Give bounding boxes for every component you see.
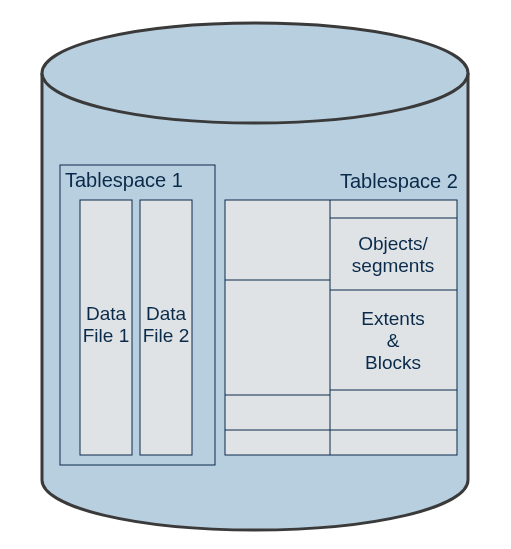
objects-label-line2: segments: [352, 255, 434, 276]
datafile1-label-line1: Data: [86, 303, 127, 324]
extents-label-line1: Extents: [361, 308, 424, 329]
datafile2-label-line2: File 2: [143, 325, 189, 346]
objects-label-line1: Objects/: [358, 233, 428, 254]
datafile2-label-line1: Data: [146, 303, 187, 324]
extents-label-line3: Blocks: [365, 352, 421, 373]
datafile1-label-line2: File 1: [83, 325, 129, 346]
cylinder-top: [42, 23, 468, 123]
tablespace2-title: Tablespace 2: [340, 170, 458, 192]
db-storage-diagram: Tablespace 1 Data File 1 Data File 2 Tab…: [0, 0, 511, 549]
extents-label-line2: &: [387, 330, 400, 351]
tablespace1-title: Tablespace 1: [65, 169, 183, 191]
